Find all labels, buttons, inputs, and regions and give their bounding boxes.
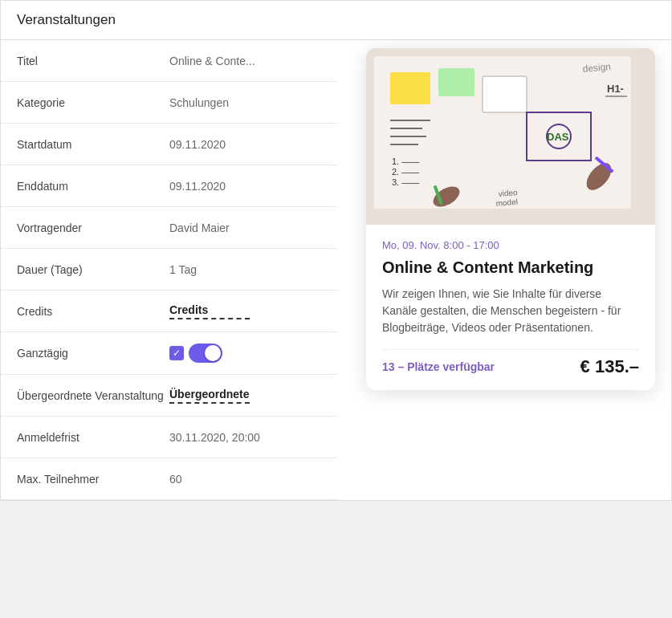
card-description: Wir zeigen Ihnen, wie Sie Inhalte für di… xyxy=(382,286,639,336)
row-credits: Credits xyxy=(1,291,338,332)
card-date: Mo, 09. Nov. 8:00 - 17:00 xyxy=(382,239,639,251)
svg-text:2. ——: 2. —— xyxy=(392,167,419,177)
card-title: Online & Content Marketing xyxy=(382,258,639,278)
value-uebergeordnete[interactable]: Übergeordnete xyxy=(169,388,250,404)
label-enddatum: Enddatum xyxy=(17,180,169,193)
value-titel: Online & Conte... xyxy=(169,55,322,67)
toggle-knob xyxy=(205,345,221,361)
label-vortragender: Vortragender xyxy=(17,222,169,234)
card-spots-label: – Plätze verfügbar xyxy=(397,360,495,373)
svg-text:1. ——: 1. —— xyxy=(392,157,419,166)
svg-rect-3 xyxy=(438,68,474,96)
value-dauer: 1 Tag xyxy=(169,263,322,276)
row-max-teilnehmer: Max. Teilnehmer 60 xyxy=(1,458,338,500)
header: Veranstaltungen xyxy=(0,0,672,40)
svg-text:DAS: DAS xyxy=(547,131,569,143)
value-kategorie: Schulungen xyxy=(169,96,322,109)
svg-text:3. ——: 3. —— xyxy=(392,177,419,187)
toggle-check-icon: ✓ xyxy=(169,346,184,360)
page-wrapper: Veranstaltungen Titel Online & Conte... … xyxy=(0,0,672,501)
value-startdatum: 09.11.2020 xyxy=(169,138,322,151)
row-enddatum: Enddatum 09.11.2020 xyxy=(1,165,338,207)
card-footer: 13 – Plätze verfügbar € 135.– xyxy=(382,349,639,377)
row-vortragender: Vortragender David Maier xyxy=(1,207,338,249)
label-anmeldefrist: Anmeldefrist xyxy=(17,431,169,444)
svg-rect-4 xyxy=(483,76,527,112)
row-dauer: Dauer (Tage) 1 Tag xyxy=(1,249,338,291)
label-kategorie: Kategorie xyxy=(17,96,169,109)
card-image: 1. —— 2. —— 3. —— design video model xyxy=(366,48,655,225)
label-ganztaegig: Ganztägig xyxy=(17,347,169,360)
row-anmeldefrist: Anmeldefrist 30.11.2020, 20:00 xyxy=(1,417,338,458)
value-vortragender: David Maier xyxy=(169,222,322,234)
toggle-switch[interactable] xyxy=(189,344,222,363)
value-max-teilnehmer: 60 xyxy=(169,473,322,486)
label-startdatum: Startdatum xyxy=(17,138,169,151)
value-enddatum: 09.11.2020 xyxy=(169,180,322,193)
row-kategorie: Kategorie Schulungen xyxy=(1,82,338,124)
label-uebergeordnete: Übergeordnete Veranstaltung xyxy=(17,389,169,402)
card-price: € 135.– xyxy=(580,356,639,377)
label-dauer: Dauer (Tage) xyxy=(17,263,169,276)
card-body: Mo, 09. Nov. 8:00 - 17:00 Online & Conte… xyxy=(366,225,655,390)
label-titel: Titel xyxy=(17,55,169,67)
preview-card: 1. —— 2. —— 3. —— design video model xyxy=(366,48,655,390)
label-credits: Credits xyxy=(17,305,169,318)
card-spots-count: 13 xyxy=(382,360,395,373)
label-max-teilnehmer: Max. Teilnehmer xyxy=(17,473,169,486)
row-uebergeordnete: Übergeordnete Veranstaltung Übergeordnet… xyxy=(1,375,338,417)
svg-text:H1-: H1- xyxy=(607,83,624,95)
row-ganztaegig: Ganztägig ✓ xyxy=(1,332,338,375)
row-titel: Titel Online & Conte... xyxy=(1,40,338,82)
row-startdatum: Startdatum 09.11.2020 xyxy=(1,124,338,165)
main-area: Titel Online & Conte... Kategorie Schulu… xyxy=(0,40,672,501)
form-table: Titel Online & Conte... Kategorie Schulu… xyxy=(1,40,338,500)
value-anmeldefrist: 30.11.2020, 20:00 xyxy=(169,431,322,444)
page-title: Veranstaltungen xyxy=(17,12,116,27)
credits-input-wrapper[interactable] xyxy=(169,303,250,319)
toggle-wrapper[interactable]: ✓ xyxy=(169,344,222,363)
credits-input[interactable] xyxy=(169,303,250,319)
card-spots: 13 – Plätze verfügbar xyxy=(382,360,495,373)
svg-rect-2 xyxy=(390,72,430,104)
